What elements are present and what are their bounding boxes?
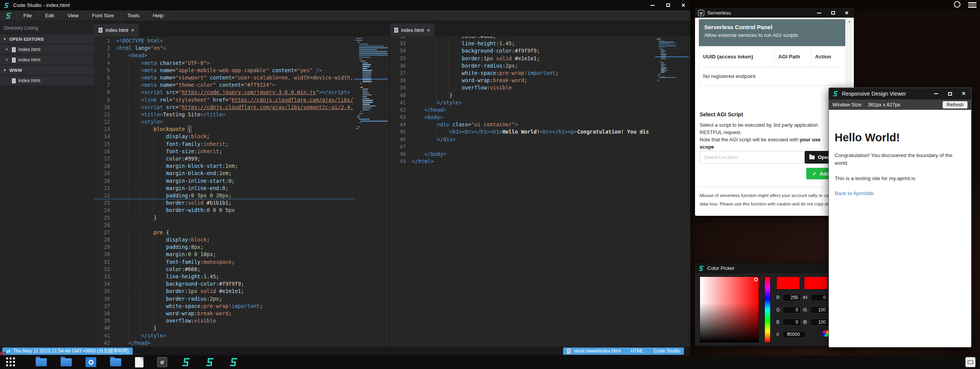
- color-selector-ring[interactable]: [754, 278, 758, 281]
- code-line[interactable]: 16 font-size:inherit;: [94, 148, 355, 155]
- code-line[interactable]: 27 pre {: [94, 229, 355, 236]
- hamburger-menu-icon[interactable]: [968, 2, 977, 9]
- code-line[interactable]: 39 overflow:visible: [94, 317, 355, 324]
- value-field[interactable]: 0: [783, 306, 800, 313]
- close-icon[interactable]: ×: [845, 10, 848, 16]
- code-line[interactable]: 44 <div class="ui container">: [390, 121, 656, 128]
- code-line[interactable]: 11 <title>Testing Site</title>: [94, 111, 355, 118]
- code-line[interactable]: 21 margin-inline-end:0;: [94, 185, 355, 192]
- code-line[interactable]: 38 word-wrap:break-word;: [94, 310, 355, 317]
- menu-font-size[interactable]: Font Size: [86, 10, 121, 21]
- code-line[interactable]: 30 margin:0 0 10px;: [94, 251, 355, 258]
- file-status-chip[interactable]: store:/www/index.html HTML Code Studio: [563, 347, 684, 355]
- code-line[interactable]: 48 </body>: [390, 151, 656, 158]
- refresh-button[interactable]: Refresh: [942, 101, 968, 109]
- code-line[interactable]: 12 <style>: [94, 118, 355, 126]
- menu-file[interactable]: File: [17, 10, 39, 21]
- maximize-icon[interactable]: [831, 11, 835, 15]
- minimap[interactable]: [657, 38, 687, 82]
- code-line[interactable]: 25 }: [94, 214, 355, 222]
- hue-slider[interactable]: [764, 276, 771, 343]
- code-line[interactable]: 49</html>: [390, 158, 656, 165]
- code-line[interactable]: 31 font-family:monospace;: [94, 258, 355, 266]
- code-line[interactable]: 15 font-family:inherit;: [94, 141, 355, 148]
- responsive-viewer-title-bar[interactable]: Responsive Design Viewer ×: [829, 88, 971, 99]
- minimize-icon[interactable]: [934, 93, 938, 94]
- code-line[interactable]: 14 display:block;: [94, 133, 355, 140]
- menu-edit[interactable]: Edit: [39, 10, 61, 21]
- value-field[interactable]: 100: [810, 306, 828, 313]
- code-line[interactable]: 7 <meta name="theme-color" content="#ff9…: [94, 81, 355, 89]
- value-field[interactable]: 100: [810, 319, 828, 326]
- loading-ring-icon[interactable]: [954, 1, 960, 8]
- serverless-title-bar[interactable]: σ Serverless ×: [695, 8, 854, 18]
- menu-tools[interactable]: Tools: [121, 10, 147, 21]
- sidebar-section-www[interactable]: ▼WWW: [0, 66, 94, 75]
- taskbar-folder-icon-2[interactable]: [61, 358, 72, 366]
- code-line[interactable]: 37 white-space:pre-wrap!important;: [390, 69, 656, 77]
- sidebar-section-open-editors[interactable]: ▼OPEN EDITORS: [0, 35, 94, 44]
- close-icon[interactable]: ×: [682, 2, 685, 8]
- code-line[interactable]: 5 <meta name="apple-mobile-web-app-capab…: [94, 67, 355, 74]
- scroll-up-icon[interactable]: ▲: [847, 19, 852, 25]
- tab-close-icon[interactable]: ×: [427, 27, 430, 33]
- code-line[interactable]: 36 border-radius:2px;: [390, 62, 656, 69]
- editor-pane-2[interactable]: 32 color:#666;33 line-height:1.45;34 bac…: [390, 36, 690, 347]
- code-line[interactable]: 20 margin-inline-start:0;: [94, 177, 355, 185]
- sidebar-item-index.html[interactable]: ×index.html: [0, 55, 94, 65]
- taskbar-code-studio-icon-1[interactable]: [181, 357, 191, 367]
- code-line[interactable]: 22 padding:0 5px 0 20px;: [94, 192, 355, 199]
- value-field[interactable]: 0: [783, 319, 800, 326]
- taskbar-serverless-icon[interactable]: σ: [157, 357, 167, 367]
- tab-index-html[interactable]: index.html ×: [390, 24, 435, 36]
- code-line[interactable]: 40 }: [390, 92, 656, 99]
- taskbar-folder-icon-3[interactable]: [110, 358, 121, 366]
- code-line[interactable]: 38 word-wrap:break-word;: [390, 77, 656, 84]
- code-line[interactable]: 9 <link rel="stylesheet" href="https://c…: [94, 96, 355, 104]
- code-line[interactable]: 41 </style>: [390, 99, 656, 106]
- code-line[interactable]: 1<!DOCTYPE html>: [94, 37, 355, 45]
- code-line[interactable]: 23 border:solid #b1b1b1;: [94, 199, 355, 207]
- code-line[interactable]: 32 color:#666;: [390, 36, 656, 40]
- keyboard-tray-icon[interactable]: [965, 357, 975, 367]
- code-line[interactable]: 34 background-color:#f9f9f9;: [390, 47, 656, 55]
- code-line[interactable]: 43 <body>: [390, 114, 656, 121]
- menu-view[interactable]: View: [61, 10, 86, 21]
- code-line[interactable]: 24 border-width:0 0 0 5px: [94, 207, 355, 214]
- code-line[interactable]: 18 margin-block-start:1em;: [94, 162, 355, 170]
- editor-pane-1[interactable]: 1<!DOCTYPE html>2<html lang="en">3 <head…: [94, 36, 389, 347]
- sidebar-item-index.html[interactable]: index.html: [0, 76, 94, 85]
- script-location-input[interactable]: [700, 151, 805, 164]
- code-line[interactable]: 35 border:1px solid #e1e1e1;: [94, 288, 355, 295]
- minimize-icon[interactable]: [817, 13, 821, 13]
- code-line[interactable]: 13 blockquote {: [94, 126, 355, 133]
- code-line[interactable]: 32 color:#666;: [94, 266, 355, 273]
- code-line[interactable]: 39 overflow:visible: [390, 84, 656, 91]
- taskbar-folder-icon-1[interactable]: [36, 358, 47, 366]
- restore-icon[interactable]: [666, 3, 670, 7]
- minimize-icon[interactable]: [651, 5, 655, 6]
- code-line[interactable]: 19 margin-block-end:1em;: [94, 170, 355, 177]
- maximize-icon[interactable]: [948, 92, 952, 96]
- close-icon[interactable]: ×: [5, 57, 9, 63]
- code-line[interactable]: 42 </head>: [94, 339, 355, 347]
- code-line[interactable]: 34 background-color:#f9f9f9;: [94, 280, 355, 288]
- code-line[interactable]: 33 line-height:1.45;: [390, 40, 656, 47]
- code-line[interactable]: 26: [94, 222, 355, 229]
- taskbar-camera-app-icon[interactable]: [86, 357, 96, 367]
- minimap[interactable]: [356, 38, 386, 130]
- taskbar-document-icon[interactable]: [135, 357, 143, 367]
- tab-index-html[interactable]: index.html ×: [94, 24, 139, 36]
- menu-help[interactable]: Help: [147, 10, 171, 21]
- hex-input[interactable]: ff0000: [783, 331, 806, 338]
- tab-close-icon[interactable]: ×: [131, 27, 134, 33]
- datetime-status-chip[interactable]: ⇄ Thu May 11 2023 21:54:48 GMT+0800 (台北標…: [2, 347, 133, 355]
- close-icon[interactable]: ×: [5, 47, 9, 52]
- code-line[interactable]: 10 <script src="https://cdnjs.cloudflare…: [94, 104, 355, 111]
- value-field[interactable]: 0: [810, 294, 828, 301]
- code-line[interactable]: 42 </head>: [390, 106, 656, 114]
- code-line[interactable]: 45 <h1><br></h1><h1>Hello World!<br></h1…: [390, 128, 656, 136]
- taskbar-code-studio-icon-2[interactable]: [205, 357, 215, 367]
- code-line[interactable]: 35 border:1px solid #e1e1e1;: [390, 55, 656, 62]
- code-line[interactable]: 47: [390, 143, 656, 151]
